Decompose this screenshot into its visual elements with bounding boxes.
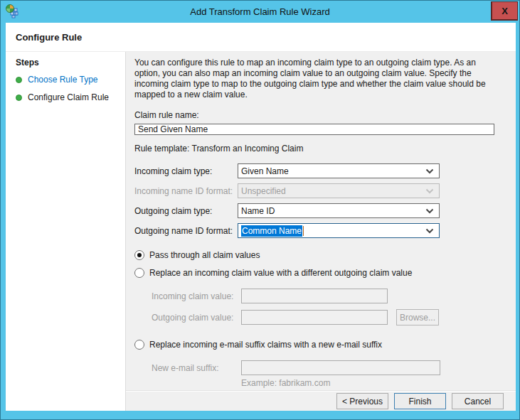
claim-rule-name-label: Claim rule name: <box>134 110 516 120</box>
outgoing-claim-type-combobox[interactable]: Name ID <box>238 203 440 218</box>
outgoing-name-id-format-label: Outgoing name ID format: <box>134 226 238 236</box>
dialog-frame: Configure Rule Steps Choose Rule Type Co… <box>6 23 516 411</box>
sidebar-item-configure-claim-rule[interactable]: Configure Claim Rule <box>16 92 125 102</box>
replace-claim-value-radio[interactable] <box>134 268 144 278</box>
chevron-down-icon <box>425 168 434 174</box>
replace-email-suffix-radio[interactable] <box>134 340 144 350</box>
outgoing-claim-value-input <box>241 310 388 325</box>
outgoing-name-id-format-value: Common Name <box>241 225 302 237</box>
incoming-claim-type-value: Given Name <box>241 166 289 176</box>
chevron-down-icon <box>425 228 434 234</box>
incoming-name-id-format-label: Incoming name ID format: <box>134 186 238 196</box>
email-example-text: Example: fabrikam.com <box>241 378 516 388</box>
chevron-down-icon <box>425 208 434 214</box>
step-completed-icon <box>16 95 22 101</box>
adfs-app-icon <box>5 4 21 19</box>
main-panel: You can configure this rule to map an in… <box>126 52 516 411</box>
steps-heading: Steps <box>16 58 125 68</box>
finish-button[interactable]: Finish <box>394 393 446 409</box>
outgoing-claim-type-label: Outgoing claim type: <box>134 206 238 216</box>
close-button[interactable]: X <box>491 1 518 21</box>
footer-button-bar: < Previous Finish Cancel <box>126 391 516 411</box>
claim-rule-name-input[interactable] <box>134 124 494 135</box>
step-label: Choose Rule Type <box>28 75 98 85</box>
chevron-down-icon <box>425 188 434 194</box>
incoming-name-id-format-combobox: Unspecified <box>238 183 440 198</box>
outgoing-claim-value-label: Outgoing claim value: <box>152 313 241 323</box>
close-icon: X <box>502 6 508 16</box>
new-email-suffix-input <box>241 360 440 375</box>
incoming-claim-value-input <box>241 289 388 303</box>
incoming-name-id-format-value: Unspecified <box>241 186 286 196</box>
page-title: Configure Rule <box>6 23 516 52</box>
incoming-claim-value-label: Incoming claim value: <box>152 291 241 301</box>
rule-template-text: Rule template: Transform an Incoming Cla… <box>134 144 516 154</box>
text-caret <box>303 226 304 236</box>
browse-button: Browse... <box>396 309 439 325</box>
new-email-suffix-label: New e-mail suffix: <box>152 363 241 373</box>
outgoing-claim-type-value: Name ID <box>241 206 275 216</box>
window-title: Add Transform Claim Rule Wizard <box>190 6 330 17</box>
replace-claim-value-label: Replace an incoming claim value with a d… <box>149 268 412 278</box>
pass-through-label: Pass through all claim values <box>149 250 260 260</box>
previous-button[interactable]: < Previous <box>336 393 388 409</box>
cancel-button[interactable]: Cancel <box>452 393 504 409</box>
steps-sidebar: Steps Choose Rule Type Configure Claim R… <box>6 52 126 411</box>
incoming-claim-type-label: Incoming claim type: <box>134 166 238 176</box>
incoming-claim-type-combobox[interactable]: Given Name <box>238 163 440 178</box>
titlebar: Add Transform Claim Rule Wizard X <box>0 0 520 23</box>
pass-through-radio[interactable] <box>134 250 144 260</box>
wizard-window: Add Transform Claim Rule Wizard X Config… <box>0 0 520 420</box>
outgoing-name-id-format-combobox[interactable]: Common Name <box>238 223 440 238</box>
step-label: Configure Claim Rule <box>28 92 109 102</box>
sidebar-item-choose-rule-type[interactable]: Choose Rule Type <box>16 75 125 85</box>
step-completed-icon <box>16 77 22 83</box>
rule-description-text: You can configure this rule to map an in… <box>134 58 502 100</box>
replace-email-suffix-label: Replace incoming e-mail suffix claims wi… <box>149 340 382 350</box>
